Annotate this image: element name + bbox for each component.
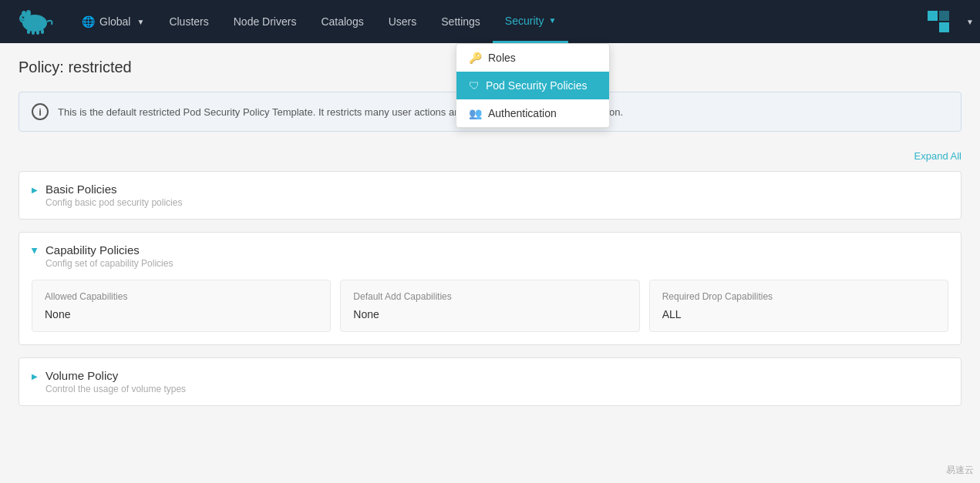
- authentication-icon: 👥: [469, 107, 482, 119]
- dropdown-roles[interactable]: 🔑 Roles: [456, 44, 609, 72]
- dropdown-authentication[interactable]: 👥 Authentication: [456, 99, 609, 127]
- dropdown-pod-security-policies[interactable]: 🛡 Pod Security Policies: [456, 72, 609, 99]
- security-dropdown: 🔑 Roles 🛡 Pod Security Policies 👥 Authen…: [456, 43, 610, 128]
- roles-icon: 🔑: [469, 52, 482, 64]
- pod-security-icon: 🛡: [469, 79, 480, 92]
